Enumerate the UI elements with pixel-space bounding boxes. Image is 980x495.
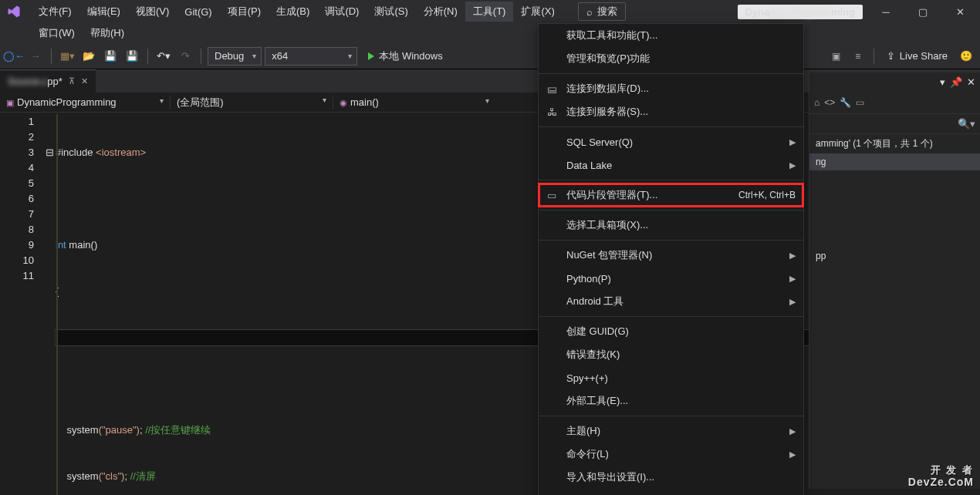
window-close-button[interactable]: ✕ [946,1,974,22]
project-combo[interactable]: ▣DynamicProgramming [0,95,170,109]
redo-button[interactable]: ↷ [176,47,194,66]
tab-filename: Source.cpp* [8,76,63,87]
watermark: 开 发 者 DevZe.CoM [908,464,974,489]
menu-window[interactable]: 窗口(W) [31,23,83,43]
menu-tools[interactable]: 工具(T) [465,2,514,22]
menu-item-label: 获取工具和功能(T)... [566,29,657,42]
tools-menu-item[interactable]: 导入和导出设置(I)... [539,466,803,489]
tools-menu-item[interactable]: ▭代码片段管理器(T)...Ctrl+K, Ctrl+B [539,184,803,207]
tool-button-1[interactable]: ▣ [827,47,846,66]
function-icon: ◉ [340,98,347,107]
tools-menu-item[interactable]: 自定义(C)... [539,489,803,495]
tools-menu-item[interactable]: Android 工具▶ [539,290,803,313]
menu-item-label: SQL Server(Q) [566,136,633,148]
menu-extensions[interactable]: 扩展(X) [513,2,562,22]
play-icon [368,52,374,60]
menu-item-label: Data Lake [566,160,612,171]
save-all-button[interactable]: 💾 [123,47,141,66]
tools-menu-item[interactable]: 🖧连接到服务器(S)... [539,100,803,123]
tools-menu-item[interactable]: 选择工具箱项(X)... [539,214,803,237]
menu-build[interactable]: 生成(B) [269,2,317,22]
menu-analyze[interactable]: 分析(N) [416,2,465,22]
menu-item-label: 导入和导出设置(I)... [566,470,654,484]
code-view-icon[interactable]: <> [824,97,835,108]
wrench-icon[interactable]: 🔧 [840,97,851,108]
tools-menu-item[interactable]: 错误查找(K) [539,343,803,366]
file-node[interactable]: pp [809,248,980,264]
save-button[interactable]: 💾 [101,47,120,66]
home-icon[interactable]: ⌂ [814,97,819,108]
tools-menu-item[interactable]: 主题(H)▶ [539,419,803,443]
submenu-arrow-icon: ▶ [789,160,796,170]
search-placeholder: 搜索 [597,5,617,19]
tools-menu-item[interactable]: 🖴连接到数据库(D)... [539,77,803,100]
menu-shortcut: Ctrl+K, Ctrl+B [738,190,796,200]
menu-project[interactable]: 项目(P) [220,2,269,22]
menu-edit[interactable]: 编辑(E) [79,2,128,22]
tool-button-2[interactable]: ≡ [849,47,867,66]
tools-menu-item[interactable]: 外部工具(E)... [539,389,803,412]
solution-badge: Dynamic Programming [738,5,863,19]
window-menu-icon[interactable]: ▾ [940,76,945,88]
tools-menu-item[interactable]: Python(P)▶ [539,267,803,290]
menu-help[interactable]: 帮助(H) [83,23,132,43]
main-menu: 文件(F) 编辑(E) 视图(V) Git(G) 项目(P) 生成(B) 调试(… [31,2,738,22]
menu-file[interactable]: 文件(F) [31,2,79,22]
tools-menu-item[interactable]: Data Lake▶ [539,153,803,177]
fold-toggle-icon[interactable]: ⊟ [43,145,56,160]
submenu-arrow-icon: ▶ [789,297,796,307]
share-icon: ⇪ [887,50,895,62]
menu-item-label: 管理和预览(P)功能 [566,52,650,66]
main-menu-row2: 窗口(W) 帮助(H) [0,23,980,43]
tools-menu-item[interactable]: NuGet 包管理器(N)▶ [539,244,803,267]
fold-gutter: ⊟ [43,113,56,495]
title-bar: 文件(F) 编辑(E) 视图(V) Git(G) 项目(P) 生成(B) 调试(… [0,0,980,23]
open-button[interactable]: 📂 [79,47,98,66]
tools-menu-item[interactable]: SQL Server(Q)▶ [539,130,803,153]
menu-item-label: Python(P) [566,273,611,285]
close-tab-icon[interactable]: ✕ [81,76,88,86]
project-node[interactable]: ng [809,153,980,170]
tools-menu-item[interactable]: 管理和预览(P)功能 [539,47,803,70]
menu-debug[interactable]: 调试(D) [317,2,367,22]
menu-git[interactable]: Git(G) [177,3,219,21]
window-maximize-button[interactable]: ▢ [909,1,937,22]
undo-button[interactable]: ↶▾ [154,47,173,66]
window-minimize-button[interactable]: ─ [872,1,900,22]
menu-item-label: 连接到服务器(S)... [566,105,648,119]
platform-combo[interactable]: x64 [265,47,357,66]
line-number-gutter: 1234567891011 [0,113,43,495]
config-combo[interactable]: Debug [208,47,262,66]
pin-panel-icon[interactable]: 📌 [950,76,962,88]
frame-icon[interactable]: ▭ [856,97,864,108]
db-icon: 🖴 [545,83,559,95]
close-panel-icon[interactable]: ✕ [967,76,975,88]
tools-menu-item[interactable]: 创建 GUID(G) [539,320,803,343]
menu-item-label: Spy++(+) [566,372,608,384]
menu-item-label: Android 工具 [566,295,623,308]
menu-search[interactable]: ⌕ 搜索 [578,2,626,21]
main-toolbar: ◯← → ▦▾ 📂 💾 💾 ↶▾ ↷ Debug x64 本地 Windows … [0,43,980,69]
pin-icon[interactable]: ⊼ [69,76,75,86]
menu-item-label: 创建 GUID(G) [566,325,629,338]
menu-item-label: 命令行(L) [566,447,609,461]
tools-menu-item[interactable]: 获取工具和功能(T)... [539,24,803,47]
feedback-button[interactable]: 🙂 [957,47,975,66]
nav-back-button[interactable]: ◯← [5,47,23,66]
menu-test[interactable]: 测试(S) [367,2,415,22]
tools-menu-item[interactable]: Spy++(+) [539,366,803,389]
solution-search[interactable]: 🔍▾ [809,114,980,134]
scope-combo[interactable]: (全局范围) [171,94,333,111]
start-debug-button[interactable]: 本地 Windows [360,47,450,66]
function-combo[interactable]: ◉main() [333,95,495,109]
nav-fwd-button[interactable]: → [26,47,45,66]
editor-tab[interactable]: Source.cpp* ⊼ ✕ [0,69,96,93]
solution-node[interactable]: amming' (1 个项目，共 1 个) [809,134,980,153]
live-share-button[interactable]: ⇪ Live Share [880,50,954,62]
submenu-arrow-icon: ▶ [789,450,796,460]
menu-item-label: 错误查找(K) [566,348,620,362]
new-project-button[interactable]: ▦▾ [58,47,76,66]
snippet-icon: ▭ [545,190,559,201]
menu-view[interactable]: 视图(V) [128,2,177,22]
tools-menu-item[interactable]: 命令行(L)▶ [539,443,803,466]
